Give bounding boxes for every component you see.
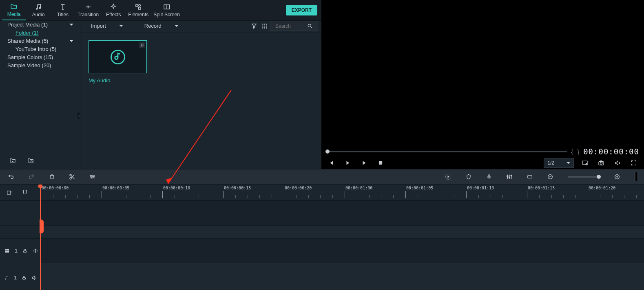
filter-button[interactable] (249, 21, 259, 31)
redo-button[interactable] (26, 171, 37, 182)
marker-button[interactable] (463, 171, 474, 182)
video-track[interactable]: 1 (0, 238, 644, 263)
svg-point-10 (264, 24, 266, 25)
media-clip[interactable]: My Audio (89, 40, 147, 83)
tree-item-youtube-intro[interactable]: YouTube Intro (5) (0, 45, 80, 53)
eye-icon[interactable] (32, 248, 39, 253)
tab-titles[interactable]: Titles (51, 0, 75, 20)
voiceover-button[interactable] (484, 171, 494, 182)
tree-item-label: Project Media (1) (7, 22, 48, 28)
tab-audio[interactable]: Audio (26, 0, 51, 20)
svg-rect-26 (582, 161, 587, 164)
fit-button[interactable] (524, 171, 535, 182)
stop-button[interactable] (375, 158, 386, 168)
playhead-handle[interactable] (40, 220, 44, 233)
tree-item-label: YouTube Intro (5) (15, 46, 56, 52)
preview-scrub-track[interactable] (326, 151, 567, 152)
tree-item-shared-media[interactable]: Shared Media (5) (0, 37, 80, 45)
volume-button[interactable] (612, 158, 623, 168)
svg-point-4 (139, 4, 141, 7)
tab-label: Effects (106, 12, 121, 18)
timeline-scrollbar[interactable] (635, 172, 638, 181)
snapshot-button[interactable] (596, 158, 606, 168)
delete-button[interactable] (46, 171, 57, 182)
music-note-icon (4, 275, 9, 281)
tab-label: Titles (57, 12, 69, 18)
search-input[interactable] (270, 21, 318, 31)
svg-point-39 (91, 178, 92, 178)
lock-icon[interactable] (22, 275, 27, 281)
render-preview-button[interactable] (443, 171, 454, 182)
ruler-timecode: 00:00:00:05 (102, 186, 129, 190)
audio-clip-icon (109, 48, 127, 66)
svg-point-38 (93, 176, 93, 177)
svg-point-13 (264, 25, 266, 26)
tree-item-sample-video[interactable]: Sample Video (20) (0, 62, 80, 70)
zoom-slider[interactable] (568, 176, 600, 178)
ruler-timecode: 00:00:01:20 (589, 186, 615, 190)
tree-item-project-media[interactable]: Project Media (1) (0, 21, 80, 29)
split-button[interactable] (67, 171, 77, 182)
export-button[interactable]: EXPORT (286, 5, 317, 15)
record-dropdown[interactable]: Record (142, 21, 181, 31)
tab-transition[interactable]: Transition (75, 0, 101, 20)
search-icon (307, 23, 313, 29)
timeline-ruler[interactable]: 00:00:00:0000:00:00:0500:00:00:1000:00:0… (40, 185, 644, 200)
svg-point-59 (5, 279, 6, 279)
next-frame-button[interactable] (359, 158, 370, 168)
svg-rect-60 (23, 277, 26, 279)
manage-tracks-button[interactable] (4, 187, 15, 198)
undo-button[interactable] (6, 171, 16, 182)
folder-icon (10, 3, 18, 10)
svg-point-11 (266, 24, 267, 25)
panel-collapse-handle[interactable]: ◂ (77, 112, 80, 119)
svg-point-0 (36, 8, 38, 9)
zoom-slider-handle[interactable] (597, 175, 601, 179)
import-dropdown[interactable]: Import (89, 21, 126, 31)
ruler-timecode: 00:00:00:10 (163, 186, 190, 190)
audio-track[interactable]: 1 (0, 263, 644, 290)
tab-elements[interactable]: Elements (126, 0, 151, 20)
play-button[interactable] (343, 158, 353, 168)
fullscreen-button[interactable] (629, 158, 639, 168)
chevron-down-icon (567, 162, 570, 165)
clip-thumbnail[interactable] (89, 40, 147, 73)
tree-item-label: Sample Colors (15) (7, 54, 53, 60)
mark-out-icon[interactable]: } (577, 148, 579, 155)
library-tabs: Media Audio Titles Transition Effects El… (0, 0, 321, 20)
display-settings-button[interactable] (580, 158, 590, 168)
tab-split-screen[interactable]: Split Screen (151, 0, 182, 20)
ruler-timecode: 00:00:00:15 (224, 186, 251, 190)
search-field[interactable] (274, 23, 307, 29)
audio-mixer-button[interactable] (504, 171, 515, 182)
tab-media[interactable]: Media (2, 0, 26, 20)
zoom-in-button[interactable] (612, 171, 622, 182)
ruler-timecode: 00:00:01:10 (467, 186, 494, 190)
audio-badge-icon (139, 42, 145, 48)
preview-viewport[interactable] (321, 0, 644, 146)
mark-in-icon[interactable]: { (571, 148, 573, 155)
snap-button[interactable] (20, 187, 30, 198)
tab-effects[interactable]: Effects (101, 0, 126, 20)
preview-quality-dropdown[interactable]: 1/2 (544, 158, 574, 168)
tree-item-folder[interactable]: Folder (1) (0, 29, 80, 37)
speaker-icon[interactable] (31, 275, 37, 281)
media-tree: Project Media (1) Folder (1) Shared Medi… (0, 21, 80, 169)
shapes-icon (135, 3, 142, 11)
clip-name: My Audio (89, 73, 147, 83)
zoom-out-button[interactable] (545, 171, 555, 182)
add-folder-button[interactable] (7, 155, 18, 166)
svg-rect-43 (509, 177, 510, 178)
playhead[interactable] (40, 185, 41, 290)
track-number: 1 (14, 275, 17, 281)
scrub-handle[interactable] (325, 149, 330, 154)
prev-frame-button[interactable] (326, 158, 337, 168)
lock-icon[interactable] (22, 248, 27, 254)
ruler-timecode: 00:00:00:20 (285, 186, 312, 190)
tab-label: Elements (128, 12, 148, 18)
crop-button[interactable] (87, 171, 98, 182)
chevron-down-icon (69, 40, 73, 43)
remove-folder-button[interactable] (25, 155, 36, 166)
tree-item-sample-colors[interactable]: Sample Colors (15) (0, 53, 80, 62)
grid-view-button[interactable] (259, 21, 270, 31)
